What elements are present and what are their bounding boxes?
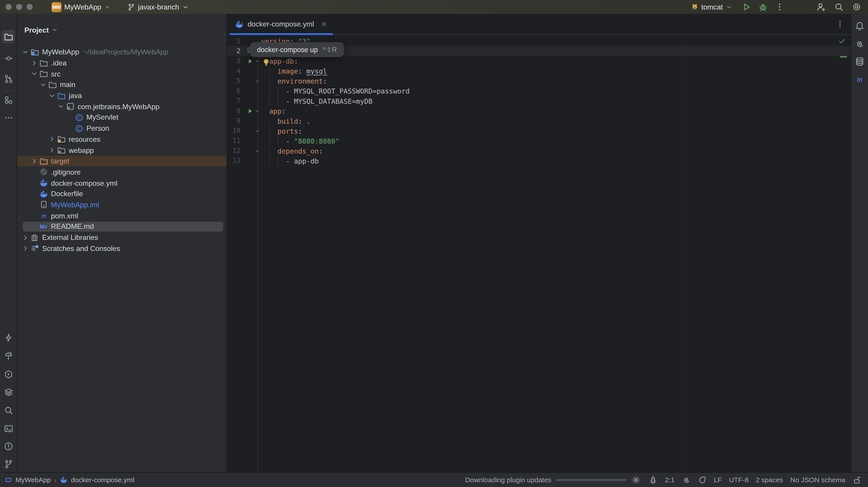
tool-window-button-pull-request-icon[interactable] bbox=[2, 72, 15, 85]
ai-assistant-icon[interactable] bbox=[682, 476, 690, 484]
tool-window-button-bell-icon[interactable] bbox=[855, 21, 865, 31]
status-encoding[interactable]: UTF-8 bbox=[729, 476, 748, 484]
chevron-down-icon[interactable] bbox=[48, 92, 56, 99]
tool-window-button-terminal-icon[interactable] bbox=[2, 422, 15, 435]
code-line-3[interactable]: 3 app-db: bbox=[227, 56, 851, 66]
status-json-schema[interactable]: No JSON schema bbox=[790, 476, 845, 484]
gear-icon[interactable] bbox=[852, 2, 862, 12]
code-line-9[interactable]: 9 build: . bbox=[227, 116, 851, 126]
tool-window-button-services-icon[interactable] bbox=[2, 367, 15, 381]
chevron-down-icon[interactable] bbox=[39, 81, 47, 89]
tree-item-dockerfile[interactable]: Dockerfile bbox=[17, 188, 227, 199]
code-line-11[interactable]: 11 - "8080:8080" bbox=[227, 136, 851, 146]
tree-item-com-jetbrains-mywebapp[interactable]: com.jetbrains.MyWebApp bbox=[17, 101, 227, 112]
fold-chevron-icon[interactable] bbox=[254, 108, 260, 114]
debug-icon[interactable] bbox=[758, 2, 768, 12]
project-widget[interactable]: MW MyWebApp bbox=[49, 1, 113, 13]
fir-tree-icon[interactable] bbox=[649, 476, 658, 484]
run-configuration-widget[interactable]: tomcat bbox=[687, 1, 735, 12]
tree-item-idea[interactable]: .idea bbox=[17, 58, 227, 68]
kebab-icon[interactable] bbox=[836, 20, 844, 28]
code-line-4[interactable]: 4 image: mysql bbox=[227, 66, 851, 76]
tree-item-target[interactable]: target bbox=[17, 156, 227, 166]
fold-chevron-icon[interactable] bbox=[254, 128, 260, 134]
tree-item-external-libraries[interactable]: External Libraries bbox=[17, 232, 227, 243]
code-line-12[interactable]: 12 depends_on: bbox=[227, 146, 851, 156]
close-icon[interactable] bbox=[320, 21, 328, 28]
window-zoom-button[interactable] bbox=[27, 4, 33, 10]
tree-item-docker-compose-yml[interactable]: docker-compose.yml bbox=[17, 178, 227, 188]
chevron-right-icon[interactable] bbox=[22, 245, 29, 252]
docker-file-icon bbox=[39, 189, 48, 198]
add-user-icon[interactable] bbox=[816, 2, 826, 12]
tree-item-src[interactable]: src bbox=[17, 68, 227, 79]
tree-item-mywebapp-iml[interactable]: MyWebApp.iml bbox=[17, 199, 227, 210]
vcs-branch-widget[interactable]: javax-branch bbox=[125, 2, 192, 12]
code-line-5[interactable]: 5 environment: bbox=[227, 76, 851, 86]
background-task-label: Downloading plugin updates bbox=[465, 476, 552, 484]
tree-item-webapp[interactable]: webapp bbox=[17, 145, 227, 156]
tool-window-button-search-icon[interactable] bbox=[2, 403, 15, 417]
search-icon[interactable] bbox=[834, 2, 844, 12]
chevron-down-icon[interactable] bbox=[31, 70, 38, 78]
tree-item-pom-xml[interactable]: mpom.xml bbox=[17, 210, 227, 221]
chevron-down-icon[interactable] bbox=[22, 48, 29, 56]
tool-window-button-folder-icon[interactable] bbox=[2, 30, 15, 43]
kebab-icon[interactable] bbox=[775, 2, 784, 12]
tree-item-java[interactable]: java bbox=[17, 90, 227, 101]
code-line-7[interactable]: 7 - MYSQL_DATABASE=myDB bbox=[227, 96, 851, 106]
tree-item-scratches-and-consoles[interactable]: Scratches and Consoles bbox=[17, 243, 227, 254]
chevron-right-icon[interactable] bbox=[48, 146, 56, 154]
fold-chevron-icon[interactable] bbox=[254, 58, 260, 64]
tool-window-button-bolt-icon[interactable] bbox=[2, 331, 15, 344]
tool-window-button-branch-icon[interactable] bbox=[2, 457, 15, 471]
lock-icon[interactable] bbox=[852, 476, 861, 484]
tree-item-person[interactable]: CPerson bbox=[17, 123, 227, 134]
intention-bulb-icon[interactable] bbox=[262, 58, 270, 67]
tool-window-button-hammer-icon[interactable] bbox=[2, 349, 15, 362]
tree-item-label: resources bbox=[69, 135, 100, 144]
tool-window-button-ai-assistant-icon[interactable] bbox=[855, 39, 865, 49]
breadcrumb-mywebapp[interactable]: MyWebApp bbox=[4, 476, 51, 484]
tool-window-button-maven-icon[interactable]: m bbox=[855, 74, 865, 84]
code-line-13[interactable]: 13 - app-db bbox=[227, 156, 851, 166]
tree-item-readme-md[interactable]: MREADME.md bbox=[17, 221, 227, 232]
window-close-button[interactable] bbox=[5, 4, 11, 10]
tool-window-button-structure-icon[interactable] bbox=[2, 93, 15, 106]
tool-window-button-more-icon[interactable] bbox=[2, 111, 15, 124]
code-line-8[interactable]: 8 app: bbox=[227, 106, 851, 116]
tree-item-gitignore[interactable]: .gitignore bbox=[17, 166, 227, 177]
tree-item-resources[interactable]: resources bbox=[17, 134, 227, 145]
window-controls[interactable] bbox=[5, 4, 33, 10]
inspection-ok-icon[interactable] bbox=[838, 37, 846, 45]
code-line-10[interactable]: 10 ports: bbox=[227, 126, 851, 136]
code-line-6[interactable]: 6 - MYSQL_ROOT_PASSWORD=password bbox=[227, 86, 851, 96]
run-icon[interactable] bbox=[247, 57, 254, 65]
tree-item-main[interactable]: main bbox=[17, 79, 227, 90]
chevron-right-icon[interactable] bbox=[31, 157, 38, 165]
run-icon[interactable] bbox=[247, 107, 254, 114]
chevron-right-icon[interactable] bbox=[48, 135, 56, 143]
status-caret-position[interactable]: 2:1 bbox=[665, 476, 675, 484]
fold-chevron-icon[interactable] bbox=[254, 148, 260, 154]
tab-docker-compose[interactable]: docker-compose.yml bbox=[230, 14, 333, 34]
tool-window-button-layers-icon[interactable] bbox=[2, 385, 15, 398]
proofread-icon[interactable] bbox=[698, 476, 707, 484]
tool-window-button-problems-icon[interactable] bbox=[2, 439, 15, 453]
breadcrumb-docker-compose-yml[interactable]: docker-compose.yml bbox=[60, 476, 134, 484]
tool-window-button-commit-icon[interactable] bbox=[2, 52, 15, 65]
chevron-down-icon[interactable] bbox=[57, 102, 65, 110]
status-indent-config[interactable]: 2 spaces bbox=[756, 476, 783, 484]
fold-chevron-icon[interactable] bbox=[254, 78, 260, 84]
cancel-icon[interactable] bbox=[632, 476, 641, 484]
tool-window-button-database-icon[interactable] bbox=[855, 57, 865, 67]
tree-item-myservlet[interactable]: CMyServlet bbox=[17, 112, 227, 123]
code-editor[interactable]: 1version: "3"23 app-db:4 image: mysql5 e… bbox=[227, 35, 851, 472]
status-line-separator[interactable]: LF bbox=[714, 476, 722, 484]
project-panel-header[interactable]: Project bbox=[17, 14, 227, 41]
window-minimize-button[interactable] bbox=[16, 4, 22, 10]
chevron-right-icon[interactable] bbox=[31, 59, 38, 67]
tree-item-mywebapp[interactable]: MyWebApp~/IdeaProjects/MyWebApp bbox=[17, 47, 227, 58]
chevron-right-icon[interactable] bbox=[22, 234, 29, 241]
play-icon[interactable] bbox=[742, 2, 751, 12]
